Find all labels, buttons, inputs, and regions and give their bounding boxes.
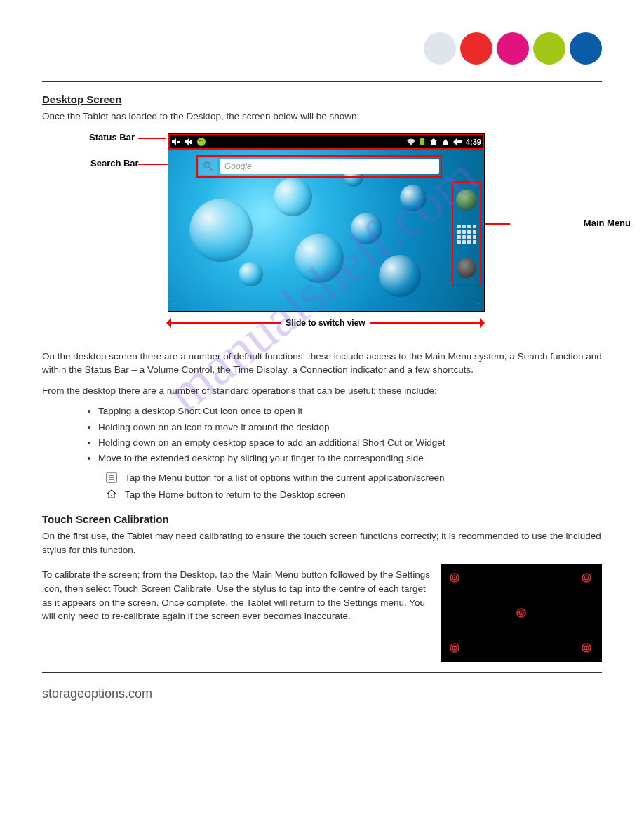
home-button-row: Tap the Home button to return to the Des…	[105, 488, 602, 501]
brand-dot	[570, 32, 602, 65]
bottom-divider	[42, 672, 602, 673]
section-title-desktop: Desktop Screen	[42, 93, 602, 105]
search-icon	[199, 158, 217, 175]
svg-point-18	[454, 577, 455, 578]
wallpaper: Google ∙∙ ∙∙	[168, 150, 484, 311]
list-item: Tapping a desktop Short Cut icon once to…	[98, 404, 602, 418]
status-time: 4:39	[466, 138, 481, 146]
brand-dots	[424, 32, 602, 65]
target-icon	[516, 607, 527, 618]
svg-line-10	[209, 167, 213, 171]
target-icon	[449, 642, 460, 654]
battery-icon	[420, 138, 425, 146]
svg-point-3	[197, 138, 206, 146]
slide-caption: Slide to switch view	[281, 318, 369, 328]
list-item: Holding down on an icon to move it aroun…	[98, 421, 602, 435]
menu-button-row: Tap the Menu button for a list of option…	[105, 471, 602, 484]
svg-point-4	[199, 140, 201, 141]
brand-dot	[533, 32, 565, 65]
svg-rect-7	[422, 138, 423, 139]
label-status-bar: Status Bar	[89, 132, 135, 143]
svg-point-9	[204, 162, 210, 168]
wifi-icon	[407, 138, 415, 145]
apps-grid-icon	[457, 225, 476, 244]
search-widget: Google	[196, 155, 442, 178]
after-figure-p1: On the desktop screen there are a number…	[42, 350, 602, 377]
svg-point-15	[111, 495, 112, 496]
menu-button-text: Tap the Menu button for a list of option…	[125, 472, 445, 483]
label-search-bar: Search Bar	[90, 158, 139, 168]
calib-p2: To calibrate the screen; from the Deskto…	[42, 568, 431, 623]
svg-point-21	[586, 577, 587, 578]
svg-rect-8	[443, 143, 448, 145]
calib-p1: On the first use, the Tablet may need ca…	[42, 529, 602, 557]
back-arrow-icon	[453, 138, 462, 145]
intro-text: Once the Tablet has loaded to the Deskto…	[42, 110, 602, 124]
tablet-screenshot: 4:39 Google	[168, 133, 485, 312]
list-item: Holding down on an empty desktop space t…	[98, 436, 602, 450]
arrow-mainmenu	[482, 223, 510, 225]
after-figure-p2: From the desktop there are a number of s…	[42, 384, 602, 398]
status-bar: 4:39	[168, 134, 484, 150]
svg-point-30	[586, 647, 587, 649]
android-icon	[196, 137, 206, 147]
bullet-list: Tapping a desktop Short Cut icon once to…	[70, 404, 602, 465]
page-indicator-left: ∙∙	[173, 299, 177, 307]
menu-icon	[105, 471, 118, 484]
svg-rect-0	[177, 141, 180, 143]
arrow-right-icon	[370, 322, 483, 324]
footer-url: storageoptions.com	[42, 687, 602, 701]
volume-down-icon	[171, 138, 181, 146]
brand-dot	[497, 32, 529, 65]
target-icon	[449, 572, 460, 583]
search-input: Google	[220, 159, 439, 174]
browser-icon	[456, 190, 477, 211]
brand-dot	[424, 32, 456, 65]
home-button-text: Tap the Home button to return to the Des…	[125, 489, 345, 500]
brand-dot	[460, 32, 492, 65]
calibration-figure	[441, 564, 602, 662]
label-main-menu: Main Menu	[584, 218, 631, 228]
eject-icon	[442, 138, 449, 145]
page-indicator-right: ∙∙	[476, 299, 480, 307]
svg-rect-6	[420, 138, 424, 145]
desktop-figure: Status Bar Search Bar Main Menu	[98, 133, 546, 330]
list-item: Move to the extended desktop by sliding …	[98, 451, 602, 465]
home-icon	[429, 138, 438, 146]
svg-point-5	[202, 140, 203, 141]
svg-point-27	[454, 647, 455, 649]
svg-rect-2	[190, 140, 192, 144]
arrow-left-icon	[168, 322, 281, 324]
volume-up-icon	[184, 138, 194, 146]
top-divider	[42, 81, 602, 82]
svg-point-24	[521, 612, 522, 614]
target-icon	[581, 642, 592, 654]
settings-icon	[457, 258, 476, 278]
main-menu-dock	[452, 181, 481, 286]
section-title-calibration: Touch Screen Calibration	[42, 513, 602, 525]
target-icon	[581, 572, 592, 583]
slide-arrow-row: Slide to switch view	[168, 316, 483, 330]
arrow-status	[138, 138, 166, 139]
home-icon	[105, 488, 118, 501]
